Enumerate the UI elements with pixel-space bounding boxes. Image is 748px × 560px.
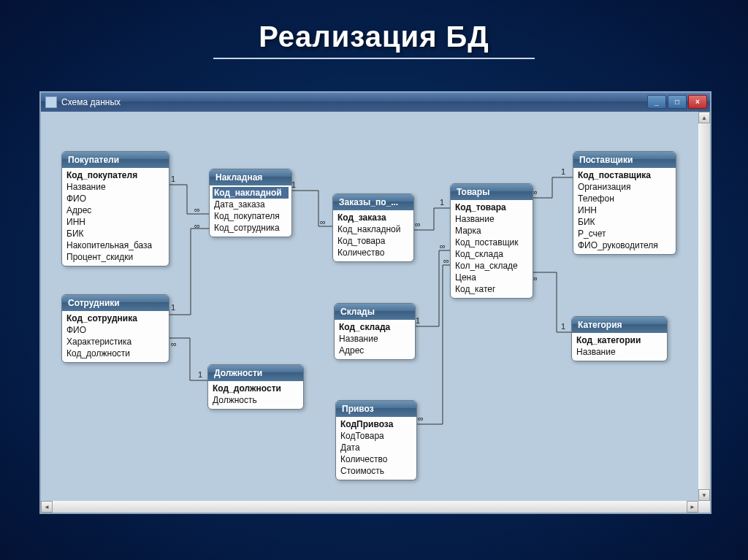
field-list: Код_поставщикаОрганизацияТелефонИННБИКР_…	[573, 168, 676, 254]
close-button[interactable]: ×	[688, 95, 707, 109]
field[interactable]: Код_товара	[455, 202, 528, 213]
field[interactable]: Код_накладной	[213, 187, 289, 199]
field-list: Код_накладнойДата_заказаКод_покупателяКо…	[210, 185, 291, 237]
field-list: Код_покупателяНазваниеФИОАдресИННБИКНако…	[62, 168, 169, 266]
field[interactable]: БИК	[66, 228, 164, 239]
relationships-canvas[interactable]: 1 ∞ 1 ∞ ∞ 1 1 ∞ ∞ 1 1 ∞ ∞ ∞ ∞ 1 ∞ 1 Поку…	[41, 112, 698, 501]
field[interactable]: Накопительная_база	[66, 239, 164, 251]
field[interactable]: Код_покупателя	[66, 169, 164, 181]
card-many: ∞	[418, 414, 424, 423]
field[interactable]: Процент_скидки	[66, 251, 164, 263]
card-one: 1	[171, 303, 175, 312]
field[interactable]: Код_склада	[455, 248, 528, 260]
field[interactable]: Дата	[340, 442, 412, 453]
app-window: Схема данных _ □ ×	[39, 91, 711, 514]
field[interactable]: Р_счет	[578, 228, 671, 239]
field[interactable]: Код_товара	[337, 235, 409, 247]
field[interactable]: Название	[576, 346, 663, 358]
field[interactable]: Название	[339, 333, 411, 345]
card-many: ∞	[320, 218, 326, 226]
field[interactable]: Код_поставщик	[455, 237, 528, 248]
field[interactable]: Код_заказа	[337, 212, 409, 223]
field[interactable]: Кол_на_складе	[455, 260, 528, 272]
field-list: Код_сотрудникаФИОХарактеристикаКод_должн…	[62, 311, 169, 362]
maximize-button[interactable]: □	[668, 95, 687, 109]
card-one: 1	[171, 174, 175, 183]
field-list: Код_складаНазваниеАдрес	[335, 320, 415, 359]
card-many: ∞	[194, 205, 200, 214]
scroll-up-button[interactable]: ▲	[698, 112, 710, 123]
field-list: Код_должностиДолжность	[208, 381, 303, 409]
table-title: Привоз	[336, 401, 416, 417]
field[interactable]: Стоимость	[340, 465, 412, 477]
table-title: Товары	[451, 184, 533, 200]
field[interactable]: Название	[455, 213, 528, 225]
table-title: Должности	[208, 365, 303, 381]
table-title: Сотрудники	[62, 295, 169, 311]
table-tovary[interactable]: Товары Код_товараНазваниеМаркаКод_постав…	[450, 183, 533, 299]
table-pokupateli[interactable]: Покупатели Код_покупателяНазваниеФИОАдре…	[61, 151, 169, 266]
field[interactable]: Код_поставщика	[578, 169, 671, 181]
field[interactable]: КодТовара	[340, 430, 412, 442]
field[interactable]: Организация	[578, 181, 671, 193]
window-titlebar: Схема данных _ □ ×	[41, 93, 710, 112]
field[interactable]: Код_склада	[339, 321, 411, 333]
table-kategoriya[interactable]: Категория Код_категорииНазвание	[571, 316, 668, 361]
table-title: Заказы_по_...	[333, 194, 413, 210]
field[interactable]: Код_категории	[576, 334, 663, 346]
field[interactable]: Код_сотрудника	[66, 312, 164, 324]
field[interactable]: ФИО	[66, 324, 164, 336]
field-list: Код_заказаКод_накладнойКод_товараКоличес…	[333, 210, 413, 261]
card-many: ∞	[440, 242, 446, 250]
table-sotrudniki[interactable]: Сотрудники Код_сотрудникаФИОХарактеристи…	[61, 294, 169, 363]
card-one: 1	[416, 316, 420, 325]
table-sklady[interactable]: Склады Код_складаНазваниеАдрес	[334, 303, 416, 360]
table-postavshiki[interactable]: Поставщики Код_поставщикаОрганизацияТеле…	[573, 151, 676, 255]
card-one: 1	[561, 167, 565, 176]
field[interactable]: Дата_заказа	[214, 199, 287, 210]
scroll-down-button[interactable]: ▼	[698, 489, 710, 501]
field[interactable]: БИК	[578, 216, 671, 228]
table-nakladnaya[interactable]: Накладная Код_накладнойДата_заказаКод_по…	[209, 169, 292, 237]
table-title: Поставщики	[573, 152, 676, 168]
vertical-scrollbar[interactable]: ▲ ▼	[698, 112, 710, 501]
field[interactable]: ФИО	[66, 193, 164, 204]
field[interactable]: ФИО_руководителя	[578, 239, 671, 251]
field-list: Код_категорииНазвание	[572, 333, 667, 361]
card-many: ∞	[443, 256, 449, 265]
field[interactable]: Адрес	[66, 204, 164, 216]
field[interactable]: Цена	[455, 272, 528, 283]
field[interactable]: Код_сотрудника	[214, 222, 287, 234]
field[interactable]: Адрес	[339, 345, 411, 356]
field[interactable]: Количество	[337, 247, 409, 258]
table-zakazy[interactable]: Заказы_по_... Код_заказаКод_накладнойКод…	[332, 193, 414, 262]
table-title: Покупатели	[62, 152, 169, 168]
horizontal-scrollbar[interactable]: ◄ ►	[41, 501, 710, 513]
field[interactable]: Код_должности	[66, 348, 164, 359]
card-many: ∞	[415, 220, 421, 229]
field[interactable]: Должность	[213, 394, 299, 406]
card-one: 1	[561, 322, 565, 331]
field[interactable]: Марка	[455, 225, 528, 237]
table-privoz[interactable]: Привоз КодПривозаКодТовараДатаКоличество…	[335, 400, 417, 480]
field[interactable]: КодПривоза	[340, 418, 412, 430]
field[interactable]: Код_катег	[455, 283, 528, 295]
table-dolzhnosti[interactable]: Должности Код_должностиДолжность	[207, 364, 304, 410]
field[interactable]: ИНН	[578, 204, 671, 216]
field[interactable]: Количество	[340, 453, 412, 465]
field[interactable]: Код_накладной	[337, 223, 409, 235]
table-title: Категория	[572, 317, 667, 333]
minimize-button[interactable]: _	[647, 95, 666, 109]
scroll-left-button[interactable]: ◄	[41, 501, 53, 513]
field-list: КодПривозаКодТовараДатаКоличествоСтоимос…	[336, 417, 416, 480]
field[interactable]: Характеристика	[66, 336, 164, 348]
scroll-right-button[interactable]: ►	[687, 501, 698, 513]
field[interactable]: Код_покупателя	[214, 210, 287, 222]
slide-title: Реализация БД	[0, 0, 748, 53]
field[interactable]: ИНН	[66, 216, 164, 228]
field[interactable]: Телефон	[578, 193, 671, 204]
field[interactable]: Код_должности	[213, 383, 299, 394]
table-title: Склады	[335, 304, 415, 320]
field[interactable]: Название	[66, 181, 164, 193]
card-one: 1	[440, 198, 444, 207]
